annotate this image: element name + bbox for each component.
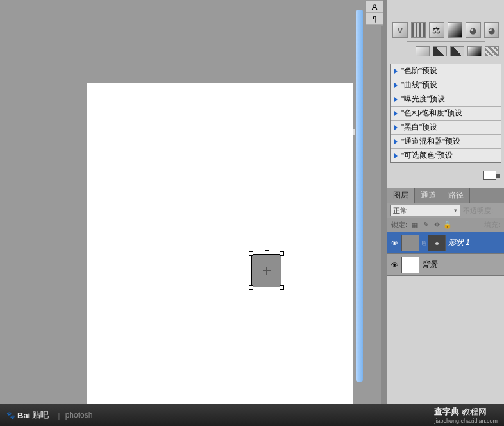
preset-levels[interactable]: "色阶"预设: [391, 64, 501, 78]
separator: |: [58, 411, 60, 420]
layer-row-background[interactable]: 背景: [387, 254, 504, 276]
preset-channel-mixer[interactable]: "通道混和器"预设: [391, 135, 501, 149]
lock-label: 锁定:: [391, 220, 407, 230]
adjustment-icon[interactable]: [484, 22, 500, 38]
panel-footer: [387, 168, 504, 182]
balance-icon[interactable]: [429, 22, 444, 38]
adjustment-icon[interactable]: [466, 22, 481, 38]
logo-text: Bai: [17, 411, 30, 420]
transform-handle-top[interactable]: [265, 250, 269, 255]
tab-channels[interactable]: 通道: [415, 188, 442, 203]
footer-brand: 查字典: [434, 407, 459, 416]
layer-row-shape[interactable]: ⎘ 形状 1: [387, 232, 504, 254]
opacity-label: 不透明度:: [463, 206, 493, 216]
transform-handle-right[interactable]: [281, 269, 285, 273]
levels-icon[interactable]: [411, 22, 426, 38]
link-icon: ⎘: [422, 240, 425, 246]
layer-name: 背景: [422, 259, 437, 270]
transform-handle-tr[interactable]: [280, 251, 284, 256]
preset-label: "曲线"预设: [401, 80, 437, 90]
preset-label: "通道混和器"预设: [401, 137, 460, 146]
preset-label: "色阶"预设: [401, 66, 437, 76]
preset-curves[interactable]: "曲线"预设: [391, 78, 501, 92]
layer-list: ⎘ 形状 1 背景: [387, 232, 504, 276]
footer-url: jiaocheng.chazidian.com: [434, 418, 498, 424]
expand-arrow-icon: [394, 69, 398, 74]
adjustment-icon[interactable]: [416, 46, 430, 56]
baidu-logo: 🐾 Bai 贴吧: [6, 409, 49, 421]
layer-controls-row: 正常 不透明度:: [387, 203, 504, 218]
layers-panel: 图层 通道 路径 正常 不透明度: 锁定: ▦ ✎ ✥ 🔒 填充: ⎘ 形状 1…: [387, 188, 504, 276]
transform-bounding-box[interactable]: [249, 251, 284, 290]
fill-label: 填充:: [484, 220, 500, 230]
transform-handle-left[interactable]: [248, 269, 252, 273]
transform-handle-br[interactable]: [280, 285, 284, 290]
visibility-eye-icon[interactable]: [390, 260, 399, 269]
expand-arrow-icon: [394, 125, 398, 130]
transform-handle-tl[interactable]: [249, 251, 253, 256]
transform-center-icon[interactable]: [263, 267, 271, 275]
transform-handle-bl[interactable]: [249, 285, 253, 290]
preset-label: "可选颜色"预设: [401, 151, 453, 160]
workspace: [0, 0, 381, 426]
layer-thumbnail[interactable]: [401, 235, 419, 251]
preset-list: "色阶"预设 "曲线"预设 "曝光度"预设 "色相/饱和度"预设 "黑白"预设 …: [390, 64, 501, 163]
preset-exposure[interactable]: "曝光度"预设: [391, 92, 501, 106]
lock-pixels-icon[interactable]: ✎: [422, 221, 430, 229]
expand-arrow-icon: [394, 97, 398, 102]
gradient-icon[interactable]: [448, 22, 463, 38]
adjustment-icon[interactable]: [392, 22, 408, 38]
layer-name: 形状 1: [448, 237, 470, 248]
new-adjustment-icon[interactable]: [483, 171, 496, 180]
expand-arrow-icon: [394, 153, 398, 158]
adjustment-icon[interactable]: [433, 46, 447, 56]
panel-tabs: 图层 通道 路径: [387, 188, 504, 203]
blend-mode-select[interactable]: 正常: [390, 205, 460, 216]
adjustment-icon[interactable]: [467, 46, 482, 56]
preset-hue-sat[interactable]: "色相/饱和度"预设: [391, 106, 501, 121]
layer-thumbnail[interactable]: [401, 257, 419, 273]
lock-all-icon[interactable]: 🔒: [444, 221, 451, 229]
preset-label: "色相/饱和度"预设: [401, 108, 462, 118]
tab-layers[interactable]: 图层: [387, 188, 415, 203]
adjustment-icon[interactable]: [450, 46, 464, 56]
divider: [407, 41, 485, 42]
bottom-bar: 🐾 Bai 贴吧 | photosh 查字典 教程网 jiaocheng.cha…: [0, 404, 504, 426]
adjustment-icons-row-2: [387, 44, 504, 58]
preset-selective-color[interactable]: "可选颜色"预设: [391, 149, 501, 162]
footer-right: 查字典 教程网 jiaocheng.chazidian.com: [434, 406, 498, 424]
expand-arrow-icon: [394, 139, 398, 144]
expand-arrow-icon: [394, 83, 398, 88]
text-align-tool[interactable]: A: [366, 1, 383, 13]
blend-mode-value: 正常: [393, 206, 407, 216]
transform-handle-bottom[interactable]: [265, 287, 269, 291]
preset-label: "黑白"预设: [401, 123, 437, 132]
paw-icon: 🐾: [6, 411, 15, 420]
tab-paths[interactable]: 路径: [442, 188, 470, 203]
visibility-eye-icon[interactable]: [390, 239, 399, 248]
side-tool-strip: A ¶: [365, 0, 383, 26]
lock-transparent-icon[interactable]: ▦: [411, 221, 419, 229]
footer-brand-sub: 教程网: [462, 407, 487, 416]
footer-section: photosh: [65, 411, 93, 420]
adjustment-icon[interactable]: [485, 46, 499, 56]
logo-subtext: 贴吧: [32, 409, 49, 421]
adjustment-icons-row-1: [387, 21, 504, 40]
lock-position-icon[interactable]: ✥: [433, 221, 441, 229]
mask-thumbnail[interactable]: [428, 235, 446, 251]
canvas-document[interactable]: [87, 83, 353, 404]
expand-arrow-icon: [394, 111, 398, 116]
preset-bw[interactable]: "黑白"预设: [391, 121, 501, 135]
preset-label: "曝光度"预设: [401, 94, 445, 104]
lock-row: 锁定: ▦ ✎ ✥ 🔒 填充:: [387, 218, 504, 232]
vertical-scrollbar[interactable]: [356, 10, 363, 382]
paragraph-tool[interactable]: ¶: [366, 13, 383, 25]
